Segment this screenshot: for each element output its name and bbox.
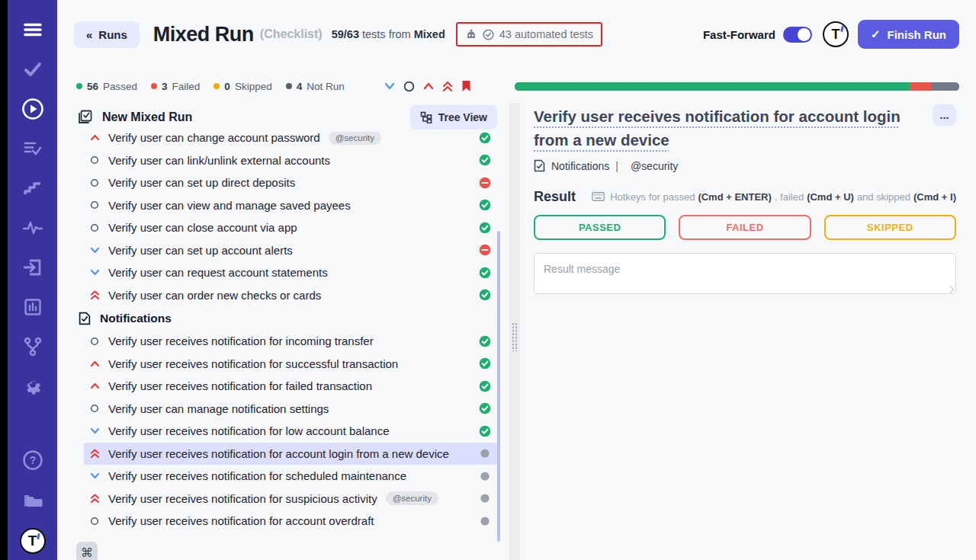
suite-name[interactable]: Notifications (551, 160, 609, 172)
finish-run-button[interactable]: ✓ Finish Run (858, 20, 959, 49)
test-row[interactable]: Verify user can request account statemen… (84, 261, 497, 284)
test-row-title: Verify user can order new checks or card… (108, 289, 321, 302)
priority-low-icon (90, 268, 100, 277)
test-tag[interactable]: @security (329, 132, 381, 145)
result-heading-row: Result Hotkeys for passed (Cmd + ENTER) … (534, 189, 956, 205)
back-to-runs-button[interactable]: « Runs (74, 21, 140, 48)
test-row[interactable]: Verify user receives notification for ac… (84, 510, 497, 533)
status-passed-icon (479, 132, 491, 144)
status-not_run-icon (479, 470, 491, 482)
result-skipped-button[interactable]: SKIPPED (824, 215, 956, 240)
bar-chart-icon[interactable] (21, 296, 44, 318)
logo-letter: T (831, 27, 840, 43)
test-row[interactable]: Verify user can set up direct deposits (84, 171, 497, 194)
svg-text:?: ? (29, 454, 36, 466)
test-tag[interactable]: @security (386, 491, 438, 505)
test-row[interactable]: Verify user can change account password@… (84, 132, 497, 149)
result-passed-button[interactable]: PASSED (534, 215, 666, 240)
hotkeys-hint: Hotkeys for passed (Cmd + ENTER) , faile… (592, 191, 956, 203)
progress-segment-failed (910, 82, 931, 91)
summary-row: 56Passed3Failed0Skipped4Not Run (76, 76, 959, 96)
panel-resizer[interactable] (509, 103, 520, 560)
list-scrollbar[interactable] (497, 231, 500, 542)
gear-icon[interactable] (21, 375, 44, 398)
status-not_run-icon (479, 492, 491, 504)
progress-segment-passed (515, 82, 910, 91)
result-message-wrap (534, 253, 956, 297)
test-row-title: Verify user receives notification for su… (108, 492, 377, 505)
double-chevron-up-icon[interactable] (442, 81, 453, 92)
testomat-logo[interactable]: T (20, 528, 46, 554)
security-tag[interactable]: @security (624, 160, 684, 172)
test-row[interactable]: Verify user receives notification for in… (84, 330, 497, 353)
test-row[interactable]: Verify user receives notification for lo… (84, 420, 497, 443)
section-title: Notifications (100, 312, 172, 325)
test-row[interactable]: Verify user can set up account alerts (84, 239, 497, 262)
test-row[interactable]: Verify user can view and manage saved pa… (84, 194, 497, 217)
test-row[interactable]: Verify user receives notification for ac… (84, 443, 497, 466)
branch-icon[interactable] (21, 335, 44, 358)
circle-icon[interactable] (403, 81, 415, 92)
run-type-label: (Checklist) (260, 27, 323, 41)
status-dot-icon (151, 83, 157, 89)
fast-forward-toggle[interactable] (783, 27, 812, 43)
result-message-input[interactable] (534, 253, 956, 294)
fast-forward-label: Fast-Forward (703, 28, 775, 41)
app-logo-button[interactable]: T (823, 21, 849, 47)
count-label: Not Run (307, 81, 345, 92)
hotkey-skipped: (Cmd + I) (913, 191, 956, 203)
app-window: ? T « Runs Mixed Run (Checklist) 59/63 t… (0, 0, 976, 560)
test-row[interactable]: Verify user receives notification for su… (84, 488, 497, 510)
chevron-up-icon[interactable] (423, 82, 434, 91)
hotkey-passed: (Cmd + ENTER) (698, 191, 771, 203)
test-list: Verify user can change account password@… (57, 132, 509, 560)
count-passed[interactable]: 56Passed (76, 81, 137, 92)
sidebar-nav: ? T (8, 0, 57, 560)
test-title[interactable]: Verify user receives notification for ac… (534, 104, 933, 152)
test-row-title: Verify user receives notification for fa… (108, 379, 372, 392)
priority-low-icon (90, 472, 100, 480)
test-row[interactable]: Verify user can link/unlink external acc… (84, 149, 497, 172)
menu-icon[interactable] (21, 18, 44, 41)
command-palette-button[interactable]: ⌘ (76, 542, 98, 560)
login-icon[interactable] (21, 256, 44, 279)
tree-view-button[interactable]: Tree View (410, 105, 497, 130)
section-header[interactable]: Notifications (79, 306, 509, 330)
automated-tests-badge[interactable]: 43 automated tests (456, 22, 602, 46)
help-icon[interactable]: ? (21, 449, 44, 472)
tree-view-label: Tree View (438, 111, 487, 123)
count-failed[interactable]: 3Failed (151, 81, 200, 92)
count-not-run[interactable]: 4Not Run (286, 81, 345, 92)
test-row[interactable]: Verify user receives notification for su… (84, 353, 497, 376)
folder-icon[interactable] (21, 488, 44, 511)
result-failed-button[interactable]: FAILED (679, 215, 811, 240)
chevron-down-icon[interactable] (384, 82, 395, 91)
bookmark-icon[interactable] (461, 80, 471, 92)
test-row[interactable]: Verify user can order new checks or card… (84, 284, 497, 307)
status-not_run-icon (479, 447, 491, 459)
count-skipped[interactable]: 0Skipped (214, 81, 271, 92)
checklist-icon[interactable] (21, 137, 44, 160)
result-heading: Result (534, 189, 576, 205)
hotkeys-text: and skipped (857, 191, 910, 203)
test-row-title: Verify user can change account password (108, 132, 320, 144)
status-passed-icon (479, 335, 491, 347)
test-row[interactable]: Verify user can close account via app (84, 216, 497, 239)
check-icon[interactable] (21, 58, 44, 81)
double-chevron-left-icon: « (86, 28, 92, 41)
test-row[interactable]: Verify user receives notification for fa… (84, 375, 497, 398)
priority-low-icon (90, 246, 100, 254)
test-row[interactable]: Verify user can manage notification sett… (84, 398, 497, 421)
status-counts: 56Passed3Failed0Skipped4Not Run (76, 81, 345, 92)
document-check-icon (79, 312, 91, 325)
test-row[interactable]: Verify user receives notification for sc… (84, 465, 497, 488)
test-detail-panel: Verify user receives notification for ac… (520, 103, 976, 560)
more-options-button[interactable]: ... (933, 104, 956, 126)
status-passed-icon (479, 267, 491, 279)
test-row-title: Verify user receives notification for in… (108, 334, 374, 347)
status-passed-icon (479, 402, 491, 414)
test-list-panel: New Mixed Run Tree View Verify user can … (57, 103, 509, 560)
play-circle-icon[interactable] (21, 98, 44, 120)
steps-icon[interactable] (21, 177, 44, 200)
pulse-icon[interactable] (21, 216, 44, 239)
